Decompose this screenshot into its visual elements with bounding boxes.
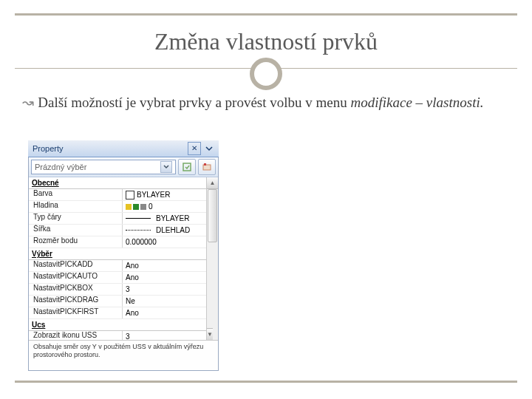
prop-value[interactable]: 3 <box>122 284 207 295</box>
scroll-thumb[interactable] <box>208 189 217 242</box>
property-grid: Obecné BarvaBYLAYER Hladina0 Typ čáryBYL… <box>29 177 218 340</box>
prop-key: Rozměr bodu <box>29 236 122 248</box>
panel-header[interactable]: Property ✕ <box>28 140 219 157</box>
color-swatch-icon <box>126 191 134 200</box>
panel-help-text: Obsahuje směr osy Y v použitém USS v akt… <box>29 340 218 370</box>
lineweight-sample-icon <box>126 230 151 231</box>
scroll-down-icon[interactable]: ▼ <box>207 328 213 340</box>
prop-value[interactable]: DLEHLAD <box>122 225 207 236</box>
prop-value[interactable]: BYLAYER <box>122 189 207 200</box>
prop-value[interactable]: BYLAYER <box>122 213 207 224</box>
toolbar-icon-2[interactable] <box>198 159 216 175</box>
properties-panel: Property ✕ Prázdný výběr Obecné BarvaBYL… <box>28 140 219 369</box>
svg-rect-0 <box>183 163 191 171</box>
prop-value[interactable]: Ne <box>122 296 207 307</box>
panel-toolbar: Prázdný výběr <box>29 157 218 177</box>
section-ucs[interactable]: Ucs <box>29 319 207 331</box>
close-icon[interactable]: ✕ <box>188 142 201 155</box>
prop-key: Hladina <box>29 201 122 212</box>
prop-key: Zobrazit ikonu USS <box>29 331 122 340</box>
prop-key: NastavitPICKFIRST <box>29 307 122 318</box>
svg-rect-2 <box>204 163 206 166</box>
prop-value[interactable]: Ano <box>122 260 207 271</box>
bullet-marker: ↝ <box>22 95 38 110</box>
prop-key: Typ čáry <box>29 213 122 224</box>
prop-key: Šířka <box>29 225 122 236</box>
prop-key: NastavitPICKADD <box>29 260 122 271</box>
grid-scrollbar[interactable]: ▲ ▼ <box>206 177 218 340</box>
prop-value[interactable]: Ano <box>122 272 207 283</box>
prop-key: NastavitPICKBOX <box>29 284 122 295</box>
prop-key: NastavitPICKDRAG <box>29 296 122 307</box>
toolbar-icon-1[interactable] <box>178 159 196 175</box>
scroll-up-icon[interactable]: ▲ <box>207 177 218 189</box>
section-general[interactable]: Obecné <box>29 177 207 189</box>
prop-value[interactable]: 0.000000 <box>122 236 207 248</box>
section-selection[interactable]: Výběr <box>29 248 207 260</box>
dropdown-icon[interactable] <box>204 143 214 154</box>
prop-key: Barva <box>29 189 122 200</box>
prop-key: NastavitPICKAUTO <box>29 272 122 283</box>
linetype-sample-icon <box>126 218 151 219</box>
prop-value[interactable]: 3 <box>122 331 207 340</box>
bullet-text: ↝ Další možností je vybrat prvky a prové… <box>22 93 510 112</box>
prop-value[interactable]: Ano <box>122 307 207 318</box>
panel-title: Property <box>33 144 64 153</box>
palette-icon <box>126 204 146 210</box>
title-ornament-ring <box>250 58 282 90</box>
chevron-down-icon[interactable] <box>160 161 172 173</box>
svg-rect-1 <box>203 165 211 170</box>
page-title: Změna vlastností prvků <box>0 28 532 55</box>
prop-value[interactable]: 0 <box>122 201 207 212</box>
selection-combo[interactable]: Prázdný výběr <box>31 160 176 174</box>
